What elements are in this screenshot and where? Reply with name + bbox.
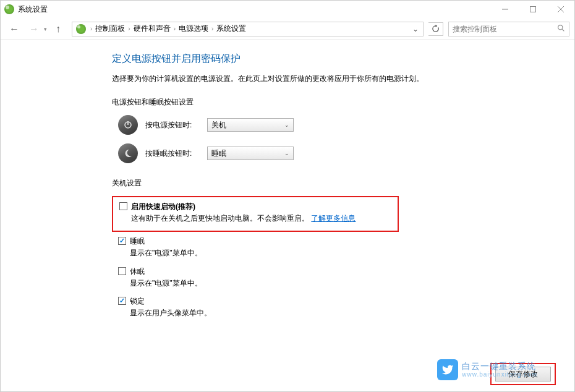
- up-button[interactable]: ↑: [51, 22, 66, 36]
- page-title: 定义电源按钮并启用密码保护: [112, 53, 556, 66]
- breadcrumb: 控制面板 › 硬件和声音 › 电源选项 › 系统设置: [94, 23, 409, 34]
- power-icon: [118, 115, 138, 135]
- title-bar: 系统设置: [1, 1, 574, 18]
- chevron-right-icon[interactable]: ›: [126, 25, 132, 32]
- learn-more-link[interactable]: 了解更多信息: [311, 214, 356, 223]
- svg-line-5: [562, 29, 564, 31]
- hibernate-checkbox[interactable]: [118, 267, 126, 275]
- sleep-option-label: 睡眠: [130, 236, 556, 247]
- breadcrumb-item[interactable]: 硬件和声音: [132, 23, 172, 34]
- button-section-heading: 电源按钮和睡眠按钮设置: [112, 97, 556, 108]
- chevron-right-icon[interactable]: ›: [210, 25, 215, 32]
- window-controls: [491, 1, 574, 18]
- fast-startup-label: 启用快速启动(推荐): [131, 201, 391, 212]
- hibernate-option-row: 休眠 显示在"电源"菜单中。: [112, 266, 556, 289]
- sleep-button-select[interactable]: 睡眠 ⌄: [207, 147, 294, 160]
- power-button-row: 按电源按钮时: 关机 ⌄: [118, 115, 556, 135]
- lock-option-label: 锁定: [130, 296, 556, 307]
- fast-startup-desc: 这有助于在关机之后更快地启动电脑。不会影响重启。 了解更多信息: [131, 213, 391, 224]
- sleep-button-label: 按睡眠按钮时:: [145, 148, 207, 159]
- lock-option-row: 锁定 显示在用户头像菜单中。: [112, 296, 556, 319]
- svg-point-4: [558, 25, 563, 29]
- page-description: 选择要为你的计算机设置的电源设置。在此页上对设置所做的更改将应用于你所有的电源计…: [112, 73, 556, 85]
- refresh-button[interactable]: [428, 22, 443, 36]
- chevron-down-icon: ⌄: [284, 150, 289, 156]
- lock-checkbox[interactable]: [118, 297, 126, 305]
- maximize-button[interactable]: [519, 1, 547, 18]
- sleep-option-row: 睡眠 显示在"电源"菜单中。: [112, 236, 556, 259]
- power-button-value: 关机: [211, 120, 226, 130]
- search-input[interactable]: [453, 25, 557, 33]
- hibernate-option-label: 休眠: [130, 266, 556, 277]
- history-dropdown-icon[interactable]: ▾: [44, 26, 47, 32]
- breadcrumb-item[interactable]: 系统设置: [215, 23, 247, 34]
- save-button[interactable]: 保存修改: [495, 367, 551, 381]
- hibernate-option-desc: 显示在"电源"菜单中。: [130, 278, 556, 289]
- window-title: 系统设置: [18, 4, 491, 15]
- chevron-down-icon: ⌄: [284, 122, 289, 128]
- main-content: 定义电源按钮并启用密码保护 选择要为你的计算机设置的电源设置。在此页上对设置所做…: [1, 40, 574, 319]
- button-settings: 按电源按钮时: 关机 ⌄ 按睡眠按钮时: 睡眠 ⌄: [112, 115, 556, 163]
- toolbar: ← → ▾ ↑ › 控制面板 › 硬件和声音 › 电源选项 › 系统设置 ⌄: [1, 18, 574, 40]
- save-button-highlight: 保存修改: [490, 363, 556, 385]
- power-button-select[interactable]: 关机 ⌄: [207, 118, 294, 132]
- back-button[interactable]: ←: [6, 20, 23, 38]
- shutdown-settings: 启用快速启动(推荐) 这有助于在关机之后更快地启动电脑。不会影响重启。 了解更多…: [112, 196, 556, 319]
- minimize-button[interactable]: [491, 1, 519, 18]
- close-button[interactable]: [547, 1, 574, 18]
- search-icon[interactable]: [557, 24, 565, 34]
- search-box[interactable]: [448, 22, 569, 36]
- watermark-icon: [437, 359, 458, 380]
- forward-button[interactable]: →: [25, 20, 43, 38]
- breadcrumb-item[interactable]: 控制面板: [94, 23, 126, 34]
- app-icon: [4, 4, 14, 14]
- address-dropdown-icon[interactable]: ⌄: [409, 22, 422, 36]
- svg-rect-1: [530, 7, 535, 12]
- button-bar: 保存修改 白云一键重装系统 www.baiyunxitong.com: [490, 363, 556, 385]
- sleep-option-desc: 显示在"电源"菜单中。: [130, 247, 556, 259]
- chevron-right-icon[interactable]: ›: [88, 25, 94, 32]
- address-bar[interactable]: › 控制面板 › 硬件和声音 › 电源选项 › 系统设置 ⌄: [72, 22, 424, 36]
- sleep-checkbox[interactable]: [118, 237, 126, 245]
- breadcrumb-item[interactable]: 电源选项: [177, 23, 210, 34]
- sleep-icon: [118, 143, 138, 163]
- fast-startup-row: 启用快速启动(推荐) 这有助于在关机之后更快地启动电脑。不会影响重启。 了解更多…: [119, 201, 391, 224]
- fast-startup-highlight: 启用快速启动(推荐) 这有助于在关机之后更快地启动电脑。不会影响重启。 了解更多…: [112, 196, 399, 232]
- location-icon: [76, 24, 86, 34]
- shutdown-section-heading: 关机设置: [112, 178, 556, 189]
- chevron-right-icon[interactable]: ›: [172, 25, 177, 32]
- lock-option-desc: 显示在用户头像菜单中。: [130, 307, 556, 319]
- sleep-button-row: 按睡眠按钮时: 睡眠 ⌄: [118, 143, 556, 163]
- sleep-button-value: 睡眠: [211, 148, 226, 159]
- power-button-label: 按电源按钮时:: [145, 120, 207, 130]
- fast-startup-checkbox[interactable]: [119, 202, 127, 210]
